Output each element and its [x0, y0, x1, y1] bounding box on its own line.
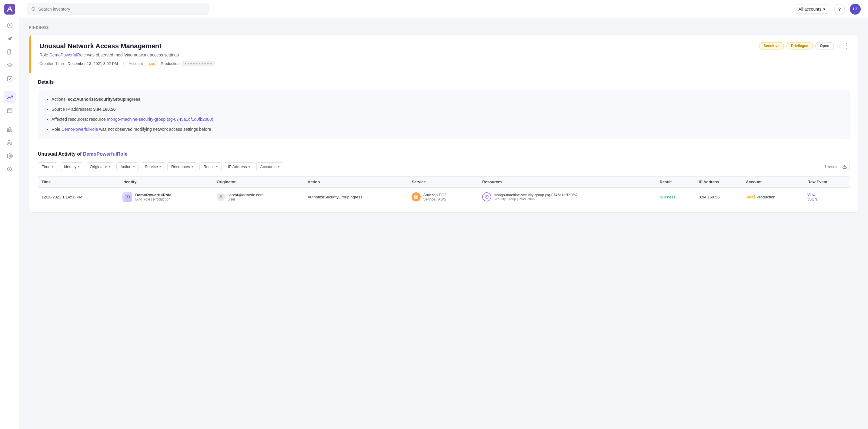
- sidebar-item-settings[interactable]: [4, 150, 16, 162]
- badge-open: Open: [815, 42, 834, 50]
- service-icon: [411, 192, 421, 201]
- filters-row: Time▾ Identity▾ Originator▾ Action▾ Serv…: [38, 162, 849, 171]
- identity-icon: [122, 192, 132, 202]
- chevron-ip: ▾: [249, 165, 250, 168]
- topbar-right: All accounts ▾ ? LZ: [795, 4, 861, 15]
- sidebar-item-documents[interactable]: [4, 46, 16, 58]
- table-header: Time Identity Originator Action Service …: [38, 177, 849, 188]
- sidebar-item-compliance[interactable]: [4, 73, 16, 85]
- demo-role-link-2[interactable]: DemoPowerfulRole: [62, 127, 98, 132]
- role-prefix: Role: [39, 53, 50, 57]
- col-identity: Identity: [119, 177, 213, 188]
- search-box[interactable]: [27, 3, 209, 15]
- svg-point-23: [415, 196, 417, 198]
- col-time: Time: [38, 177, 119, 188]
- identity-cell: DemoPowerfulRole IAM Role | Production: [122, 192, 210, 202]
- sidebar-item-trends[interactable]: [4, 91, 16, 104]
- svg-rect-22: [414, 195, 418, 199]
- chevron-resources: ▾: [191, 165, 193, 168]
- demo-role-link-1[interactable]: DemoPowerfulRole: [50, 53, 86, 57]
- sidebar-divider-2: [5, 120, 14, 120]
- app-logo[interactable]: [4, 4, 15, 15]
- resource-link[interactable]: mongo-machine-security-group (sg-0745a1d…: [107, 117, 213, 122]
- unusual-title-prefix: Unusual Activity of: [38, 151, 83, 156]
- col-raw-event: Raw Event: [804, 177, 849, 188]
- filter-time[interactable]: Time▾: [38, 162, 57, 171]
- sidebar-item-inventory[interactable]: [4, 105, 16, 117]
- avatar[interactable]: LZ: [850, 4, 861, 15]
- account-name: Production: [161, 61, 179, 66]
- download-icon: [842, 164, 847, 169]
- finding-role-line: Role DemoPowerfulRole was observed modif…: [39, 53, 755, 57]
- filter-accounts[interactable]: Accounts▾: [256, 162, 283, 171]
- sidebar-item-people-network[interactable]: [4, 137, 16, 149]
- col-result: Result: [656, 177, 695, 188]
- cell-resources: mongo-machine-security-group (sg-0745a1d…: [478, 188, 656, 206]
- filter-resources[interactable]: Resources▾: [167, 162, 197, 171]
- col-ip: IP Address: [695, 177, 742, 188]
- detail-val-2: 3.94.160.56: [93, 107, 116, 112]
- identity-info: DemoPowerfulRole IAM Role | Production: [135, 193, 171, 201]
- chevron-down-icon: ▾: [823, 7, 825, 11]
- svg-point-12: [8, 141, 10, 143]
- help-button[interactable]: ?: [834, 4, 845, 15]
- all-accounts-button[interactable]: All accounts ▾: [795, 4, 829, 13]
- finding-meta: Creation Time December 13, 2021 3:02 PM …: [39, 61, 755, 66]
- search-input[interactable]: [38, 7, 204, 11]
- main-area: All accounts ▾ ? LZ FINDINGS Unusual Net…: [20, 0, 868, 429]
- download-button[interactable]: [840, 162, 849, 171]
- cell-action: AuthorizeSecurityGroupIngress: [304, 188, 408, 206]
- finding-card: Unusual Network Access Management Role D…: [29, 35, 858, 213]
- chevron-originator: ▾: [108, 165, 110, 168]
- account-value: Production: [756, 195, 775, 199]
- sidebar-item-bar-chart[interactable]: [4, 123, 16, 135]
- col-action: Action: [304, 177, 408, 188]
- detail-item-1: Actions: ec2:AuthorizeSecurityGroupIngre…: [52, 96, 842, 103]
- detail-suffix-4: was not observed modifying network acces…: [98, 127, 211, 132]
- details-card: Actions: ec2:AuthorizeSecurityGroupIngre…: [38, 90, 849, 139]
- unusual-activity-section: Unusual Activity of DemoPowerfulRole Tim…: [29, 145, 858, 212]
- svg-point-15: [7, 167, 11, 171]
- sidebar-item-network[interactable]: [4, 59, 16, 72]
- sidebar-item-search-doc[interactable]: [4, 163, 16, 175]
- star-icon[interactable]: ☆: [836, 42, 841, 49]
- aws-icon-sm: aws: [746, 195, 755, 199]
- filter-ip-address[interactable]: IP Address▾: [224, 162, 254, 171]
- filter-result[interactable]: Result▾: [199, 162, 221, 171]
- svg-point-21: [220, 195, 222, 197]
- filter-action[interactable]: Action▾: [116, 162, 138, 171]
- originator-info: liorzat@ermetic.com User: [227, 193, 264, 201]
- cell-originator: liorzat@ermetic.com User: [213, 188, 304, 206]
- view-json-link[interactable]: ViewJSON: [807, 193, 817, 201]
- topbar: All accounts ▾ ? LZ: [20, 0, 868, 18]
- resource-sub: Security Group | Production: [494, 197, 581, 201]
- more-options-icon[interactable]: ⋮: [843, 42, 849, 50]
- search-icon: [31, 7, 36, 11]
- originator-type: User: [227, 197, 264, 201]
- chevron-time: ▾: [52, 165, 53, 168]
- result-value: Success: [660, 195, 676, 199]
- sidebar-item-dashboard[interactable]: [4, 20, 16, 32]
- table-body: 12/13/2021 1:14:56 PM DemoPowerfulRole: [38, 188, 849, 206]
- detail-item-3: Affected resources: resource mongo-machi…: [52, 116, 842, 122]
- svg-point-5: [10, 37, 12, 38]
- chevron-action: ▾: [133, 165, 134, 168]
- filter-originator[interactable]: Originator▾: [86, 162, 114, 171]
- svg-point-18: [32, 7, 35, 10]
- badge-sensitive: Sensitive: [759, 42, 784, 50]
- svg-rect-7: [7, 77, 12, 81]
- service-sub: Service | AWS: [423, 197, 446, 201]
- resource-info: mongo-machine-security-group (sg-0745a1d…: [494, 193, 581, 201]
- chevron-service: ▾: [159, 165, 161, 168]
- unusual-role-link[interactable]: DemoPowerfulRole: [83, 151, 128, 156]
- svg-point-1: [9, 6, 10, 7]
- filter-identity[interactable]: Identity▾: [60, 162, 83, 171]
- details-section: Details Actions: ec2:AuthorizeSecurityGr…: [29, 73, 858, 145]
- svg-point-20: [127, 197, 128, 198]
- identity-name: DemoPowerfulRole: [135, 193, 171, 197]
- aws-badge: aws: [147, 61, 157, 66]
- svg-rect-9: [7, 128, 8, 132]
- filter-service[interactable]: Service▾: [141, 162, 165, 171]
- sidebar-item-alerts[interactable]: [4, 33, 16, 45]
- resource-icon: [482, 192, 491, 201]
